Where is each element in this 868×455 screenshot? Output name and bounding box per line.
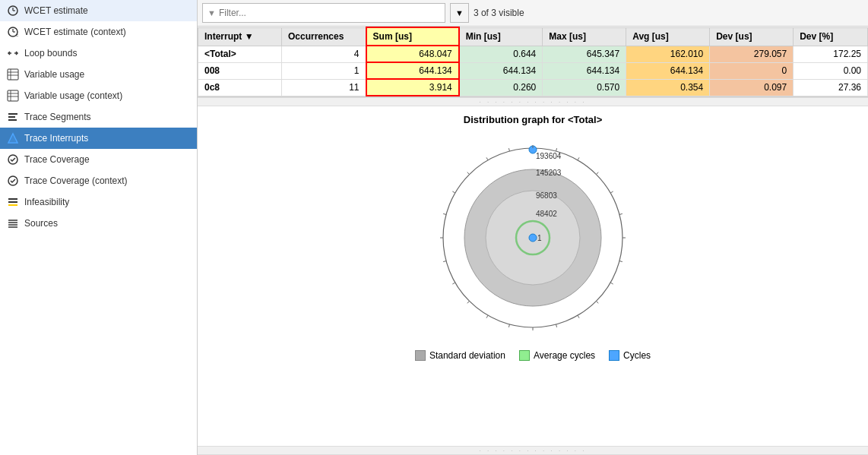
col-header-sum[interactable]: Sum [us] — [366, 27, 459, 46]
sources-icon — [6, 216, 20, 230]
svg-rect-17 — [8, 119, 17, 121]
sidebar: WCET estimatecWCET estimate (context)Loo… — [0, 0, 198, 455]
variable-usage-context-icon — [6, 89, 20, 103]
loop-bounds-icon — [6, 46, 20, 60]
svg-line-54 — [486, 315, 488, 318]
table-row: 0081644.134644.134644.134644.13400.00 — [198, 62, 868, 79]
trace-coverage-context-icon — [6, 174, 20, 188]
infeasibility-icon — [6, 195, 20, 209]
col-header-max[interactable]: Max [us] — [543, 27, 626, 46]
legend: Standard deviationAverage cyclesCycles — [415, 350, 651, 361]
legend-box-std-dev — [415, 350, 426, 361]
svg-line-42 — [578, 157, 579, 160]
sidebar-item-label-trace-coverage: Trace Coverage — [24, 154, 90, 165]
filter-input-wrap[interactable]: ▼ — [202, 3, 445, 23]
sidebar-item-label-trace-coverage-context: Trace Coverage (context) — [24, 175, 128, 186]
svg-text:c: c — [16, 33, 18, 37]
svg-rect-11 — [8, 90, 18, 101]
cell-dev-row2: 0.097 — [710, 79, 794, 96]
svg-line-48 — [610, 283, 613, 284]
sidebar-item-sources[interactable]: Sources — [0, 213, 197, 234]
data-table: Interrupt ▼OccurrencesSum [us]Min [us]Ma… — [198, 27, 868, 96]
sidebar-item-trace-coverage-context[interactable]: Trace Coverage (context) — [0, 170, 197, 191]
svg-line-59 — [443, 213, 446, 214]
graph-title: Distribution graph for <Total> — [464, 114, 602, 125]
svg-text:1: 1 — [537, 234, 542, 242]
sidebar-item-label-wcet-estimate-context: WCET estimate (context) — [24, 27, 126, 37]
sidebar-item-label-wcet-estimate: WCET estimate — [24, 5, 88, 16]
sidebar-item-infeasibility[interactable]: Infeasibility — [0, 191, 197, 213]
col-header-occurrences[interactable]: Occurrences — [281, 27, 366, 46]
cell-max-row1: 644.134 — [543, 62, 626, 79]
cell-min-row2: 0.260 — [459, 79, 543, 96]
sidebar-item-label-trace-segments: Trace Segments — [24, 112, 91, 122]
col-header-avg[interactable]: Avg [us] — [626, 27, 710, 46]
sidebar-item-variable-usage-context[interactable]: Variable usage (context) — [0, 85, 197, 106]
splitter-bottom: · · · · · · · · · · · · · · — [198, 446, 868, 455]
splitter-top: · · · · · · · · · · · · · · — [198, 97, 868, 106]
sidebar-item-label-loop-bounds: Loop bounds — [24, 48, 77, 58]
svg-text:193604: 193604 — [536, 152, 562, 160]
cell-dev-row0: 279.057 — [710, 46, 794, 62]
svg-rect-15 — [8, 113, 17, 115]
svg-line-41 — [556, 148, 557, 151]
cell-devpct-row1: 0.00 — [794, 62, 868, 79]
sidebar-item-wcet-estimate[interactable]: WCET estimate — [0, 0, 197, 21]
svg-point-33 — [529, 234, 537, 242]
sidebar-item-label-sources: Sources — [24, 218, 58, 229]
sidebar-item-variable-usage[interactable]: Variable usage — [0, 64, 197, 85]
col-header-devpct[interactable]: Dev [%] — [794, 27, 868, 46]
trace-interrupts-icon — [6, 131, 20, 145]
dropdown-button[interactable]: ▼ — [450, 3, 469, 23]
svg-line-57 — [443, 261, 446, 262]
sidebar-item-label-infeasibility: Infeasibility — [24, 197, 69, 207]
graph-area: Distribution graph for <Total> 193604145… — [198, 106, 868, 446]
toolbar: ▼ ▼ 3 of 3 visible — [198, 0, 868, 27]
svg-line-56 — [452, 283, 455, 284]
filter-input[interactable] — [219, 8, 440, 18]
svg-line-62 — [486, 157, 488, 160]
table-row: 0c8113.9140.2600.5700.3540.09727.36 — [198, 79, 868, 96]
cell-avg-row0: 162.010 — [626, 46, 710, 62]
cell-min-row0: 0.644 — [459, 46, 543, 62]
sidebar-item-trace-interrupts[interactable]: Trace Interrupts — [0, 128, 197, 149]
svg-text:145203: 145203 — [536, 169, 562, 177]
cell-avg-row1: 644.134 — [626, 62, 710, 79]
col-header-interrupt[interactable]: Interrupt ▼ — [198, 27, 282, 46]
wcet-estimate-icon — [6, 4, 20, 17]
sidebar-item-wcet-estimate-context[interactable]: cWCET estimate (context) — [0, 21, 197, 43]
svg-rect-16 — [8, 116, 15, 118]
legend-label-cycles: Cycles — [623, 350, 651, 361]
sidebar-item-trace-coverage[interactable]: Trace Coverage — [0, 149, 197, 170]
col-header-dev[interactable]: Dev [us] — [710, 27, 794, 46]
col-header-min[interactable]: Min [us] — [459, 27, 543, 46]
filter-icon: ▼ — [207, 8, 216, 17]
cell-sum-row2: 3.914 — [366, 79, 459, 96]
legend-item-avg-cycles: Average cycles — [519, 350, 595, 361]
legend-item-cycles: Cycles — [609, 350, 651, 361]
legend-item-std-dev: Standard deviation — [415, 350, 505, 361]
svg-line-55 — [467, 301, 470, 303]
svg-line-53 — [508, 324, 509, 327]
svg-line-49 — [596, 301, 598, 303]
chart-svg-wrap: 19360414520396803484021 — [426, 131, 639, 344]
legend-label-avg-cycles: Average cycles — [534, 350, 595, 361]
svg-line-47 — [619, 261, 622, 262]
cell-max-row2: 0.570 — [543, 79, 626, 96]
svg-line-61 — [467, 172, 470, 175]
sidebar-item-trace-segments[interactable]: Trace Segments — [0, 106, 197, 128]
svg-line-63 — [508, 148, 509, 151]
sidebar-item-loop-bounds[interactable]: Loop bounds — [0, 43, 197, 64]
legend-box-cycles — [609, 350, 619, 361]
svg-line-51 — [556, 324, 557, 327]
legend-label-std-dev: Standard deviation — [429, 350, 505, 361]
cell-interrupt-row0: <Total> — [198, 46, 282, 62]
cell-min-row1: 644.134 — [459, 62, 543, 79]
svg-line-44 — [610, 191, 613, 193]
cell-occurrences-row1: 1 — [281, 62, 366, 79]
svg-rect-7 — [8, 69, 18, 80]
svg-line-50 — [578, 315, 579, 318]
cell-sum-row0: 648.047 — [366, 46, 459, 62]
visible-count: 3 of 3 visible — [474, 8, 524, 18]
main-content: ▼ ▼ 3 of 3 visible Interrupt ▼Occurrence… — [198, 0, 868, 455]
